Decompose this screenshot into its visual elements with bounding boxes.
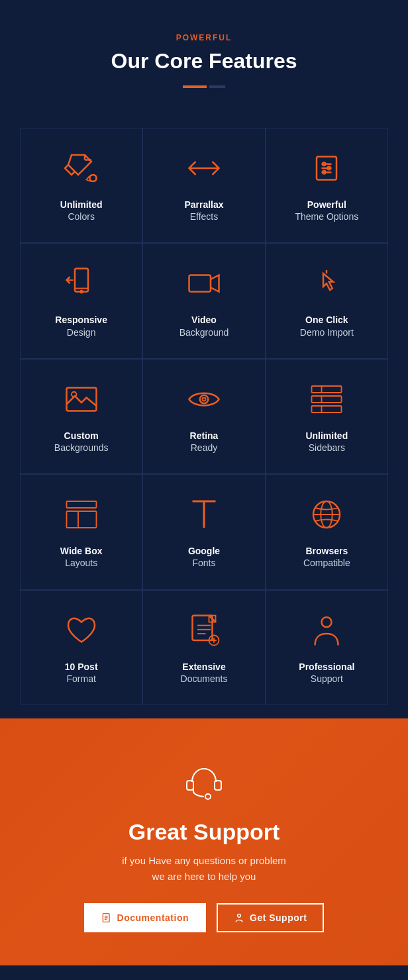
feature-label-bold: One Click (305, 314, 348, 326)
svg-rect-26 (66, 511, 96, 528)
feature-label-bold: Extensive (182, 661, 225, 673)
feature-label-light: Colors (68, 211, 94, 222)
feature-label-bold: Professional (299, 661, 354, 673)
feature-responsive: Responsive Design (20, 243, 142, 358)
feature-label-light: Backgrounds (54, 442, 109, 454)
feature-theme-options: Powerful Theme Options (266, 128, 388, 243)
feature-label-light: Ready (191, 442, 217, 454)
feature-label-bold: 10 Post (65, 661, 98, 673)
feature-label-light: Documents (181, 673, 228, 685)
feature-label-bold: Parrallax (184, 199, 223, 211)
heart-icon (62, 611, 101, 650)
feature-label-bold: Retina (190, 430, 219, 442)
globe-icon (307, 495, 346, 534)
svg-point-18 (202, 397, 205, 401)
svg-rect-25 (66, 501, 96, 508)
support-content: Great Support if you Have any questions … (20, 758, 388, 932)
pointer-icon (307, 264, 346, 303)
feature-wide-box: Wide Box Layouts (20, 474, 142, 589)
feature-label-bold: Video (191, 314, 217, 326)
paint-bucket-icon (62, 148, 101, 188)
person-btn-icon (234, 912, 244, 923)
feature-label-light: Background (179, 326, 229, 338)
feature-label-bold: Google (188, 545, 220, 557)
feature-label-bold: Wide Box (60, 545, 103, 557)
support-description: if you Have any questions or problem we … (20, 853, 388, 885)
feature-post-format: 10 Post Format (20, 590, 142, 705)
svg-point-49 (238, 914, 241, 917)
svg-point-44 (205, 794, 211, 799)
feature-label-light: Design (67, 326, 96, 338)
divider (13, 85, 395, 88)
document-icon (184, 611, 224, 650)
feature-sidebars: Unlimited Sidebars (266, 359, 388, 474)
svg-rect-19 (312, 386, 342, 393)
sidebars-icon (307, 379, 346, 419)
feature-label-bold: Unlimited (305, 430, 348, 442)
parallax-icon (184, 148, 224, 188)
support-desc-line1: if you Have any questions or problem (122, 855, 286, 866)
features-header: POWERFUL Our Core Features (0, 0, 408, 128)
layout-icon (62, 495, 101, 534)
headphones-icon (20, 758, 388, 808)
feature-label-light: Theme Options (295, 211, 358, 222)
feature-label-bold: Powerful (307, 199, 346, 211)
person-icon (307, 611, 346, 650)
feature-one-click: One Click Demo Import (266, 243, 388, 358)
documentation-label: Documentation (117, 912, 189, 923)
support-section: Great Support if you Have any questions … (0, 718, 408, 965)
feature-video-bg: Video Background (142, 243, 265, 358)
documentation-button[interactable]: Documentation (84, 903, 206, 932)
features-grid: Unlimited Colors Parrallax Effects (0, 128, 408, 718)
section-title: Our Core Features (13, 49, 395, 74)
feature-label-light: Format (66, 673, 95, 685)
features-section: POWERFUL Our Core Features Unlimited Col… (0, 0, 408, 718)
feature-unlimited-colors: Unlimited Colors (20, 128, 142, 243)
get-support-button[interactable]: Get Support (217, 903, 324, 932)
video-icon (184, 264, 224, 303)
feature-label-light: Fonts (192, 557, 215, 569)
svg-rect-42 (187, 781, 193, 790)
feature-label-bold: Responsive (55, 314, 107, 326)
divider-accent (183, 85, 207, 88)
section-subtitle: POWERFUL (13, 33, 395, 42)
svg-rect-43 (215, 781, 221, 790)
svg-rect-20 (312, 396, 342, 403)
doc-icon (101, 912, 112, 923)
get-support-label: Get Support (250, 912, 307, 923)
feature-parallax: Parrallax Effects (142, 128, 265, 243)
feature-label-light: Compatible (303, 557, 350, 569)
feature-custom-bg: Custom Backgrounds (20, 359, 142, 474)
feature-label-bold: Browsers (305, 545, 348, 557)
typography-icon (184, 495, 224, 534)
sliders-icon (307, 148, 346, 188)
support-buttons: Documentation Get Support (20, 903, 388, 932)
feature-label-light: Sidebars (309, 442, 345, 454)
feature-label-light: Demo Import (300, 326, 354, 338)
feature-google-fonts: Google Fonts (142, 474, 265, 589)
feature-retina: Retina Ready (142, 359, 265, 474)
svg-point-17 (200, 395, 209, 404)
eye-icon (184, 379, 224, 419)
feature-label-bold: Unlimited (60, 199, 103, 211)
feature-browsers: Browsers Compatible (266, 474, 388, 589)
feature-label-light: Effects (190, 211, 219, 222)
support-desc-line2: we are here to help you (152, 871, 256, 882)
divider-muted (209, 85, 225, 88)
feature-label-light: Layouts (65, 557, 97, 569)
svg-point-41 (322, 617, 332, 627)
image-icon (62, 379, 101, 419)
feature-label-bold: Custom (64, 430, 99, 442)
svg-rect-14 (189, 275, 211, 292)
support-title: Great Support (20, 819, 388, 845)
svg-rect-21 (312, 406, 342, 413)
mobile-icon (62, 264, 101, 303)
feature-documents: Extensive Documents (142, 590, 265, 705)
feature-label-light: Support (311, 673, 343, 685)
feature-support: Professional Support (266, 590, 388, 705)
